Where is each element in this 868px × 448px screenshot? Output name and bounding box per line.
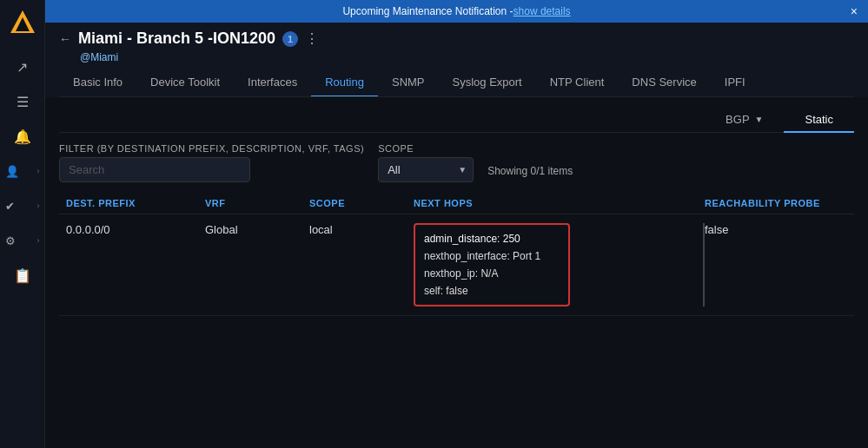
bgp-dropdown-arrow: ▼: [755, 115, 764, 124]
topology-icon[interactable]: ↗: [7, 51, 38, 82]
nexthop-self: self: false: [424, 282, 560, 300]
device-header: ← Miami - Branch 5 -ION1200 1 ⋮ @Miami B…: [45, 23, 868, 97]
col-dest-prefix: DEST. PREFIX: [59, 198, 198, 208]
cell-scope: local: [302, 223, 407, 236]
main-content: Upcoming Maintenance Notification - show…: [45, 0, 868, 448]
tab-interfaces[interactable]: Interfaces: [234, 69, 311, 97]
settings-icon[interactable]: ⚙›: [3, 225, 42, 256]
alerts-icon[interactable]: 🔔: [7, 121, 38, 152]
col-next-hops: NEXT HOPS: [407, 198, 698, 208]
col-scope: SCOPE: [302, 198, 407, 208]
table-row: 0.0.0.0/0 Global local admin_distance: 2…: [59, 214, 854, 316]
nexthops-popup: admin_distance: 250 nexthop_interface: P…: [414, 223, 570, 306]
tab-routing[interactable]: Routing: [311, 69, 378, 97]
tab-device-toolkit[interactable]: Device Toolkit: [136, 69, 234, 97]
logo[interactable]: [9, 9, 36, 39]
show-details-link[interactable]: show details: [514, 5, 571, 17]
items-count: Showing 0/1 items: [487, 165, 573, 182]
main-tabs: Basic Info Device Toolkit Interfaces Rou…: [59, 69, 854, 97]
tab-snmp[interactable]: SNMP: [378, 69, 439, 97]
scope-select-wrapper: All Local Global ▼: [378, 157, 474, 182]
table-header: DEST. PREFIX VRF SCOPE NEXT HOPS REACHAB…: [59, 193, 854, 214]
subtab-static[interactable]: Static: [784, 108, 854, 133]
device-menu-button[interactable]: ⋮: [305, 30, 319, 47]
device-title: Miami - Branch 5 -ION1200: [78, 30, 275, 48]
menu-icon[interactable]: ☰: [7, 86, 38, 117]
cell-vrf: Global: [198, 223, 302, 236]
tab-basic-info[interactable]: Basic Info: [59, 69, 136, 97]
cell-dest-prefix: 0.0.0.0/0: [59, 223, 198, 236]
tab-syslog-export[interactable]: Syslog Export: [439, 69, 536, 97]
nexthops-divider: [703, 223, 705, 306]
notification-text: Upcoming Maintenance Notification -: [342, 5, 513, 17]
filter-group: FILTER (by destination prefix, descripti…: [59, 143, 364, 182]
sidebar: ↗ ☰ 🔔 👤› ✔› ⚙› 📋: [0, 0, 45, 448]
scope-select[interactable]: All Local Global: [378, 157, 474, 182]
col-vrf: VRF: [198, 198, 302, 208]
back-button[interactable]: ←: [59, 32, 71, 46]
tab-dns-service[interactable]: DNS Service: [618, 69, 710, 97]
nexthop-interface: nexthop_interface: Port 1: [424, 247, 560, 265]
reports-icon[interactable]: 📋: [7, 260, 38, 291]
device-subtitle: @Miami: [80, 51, 854, 63]
static-label: Static: [805, 113, 833, 126]
subtab-bgp[interactable]: BGP ▼: [705, 108, 784, 133]
cell-next-hops: admin_distance: 250 nexthop_interface: P…: [407, 223, 698, 306]
notification-close-button[interactable]: ×: [851, 4, 858, 18]
col-reachability-probe: REACHABILITY PROBE: [698, 198, 854, 208]
nexthop-admin-distance: admin_distance: 250: [424, 230, 560, 247]
scope-label: SCOPE: [378, 143, 474, 154]
check-icon[interactable]: ✔›: [3, 190, 42, 221]
bgp-label: BGP: [726, 113, 749, 126]
filter-label: FILTER (by destination prefix, descripti…: [59, 143, 364, 154]
notification-bar: Upcoming Maintenance Notification - show…: [45, 0, 868, 23]
device-badge: 1: [282, 31, 298, 47]
tab-ntp-client[interactable]: NTP Client: [536, 69, 619, 97]
routing-table: DEST. PREFIX VRF SCOPE NEXT HOPS REACHAB…: [59, 193, 854, 316]
routing-sub-tabs: BGP ▼ Static: [59, 108, 854, 133]
filter-row: FILTER (by destination prefix, descripti…: [59, 143, 854, 182]
cell-reachability-probe: false: [698, 223, 854, 236]
search-input[interactable]: [59, 157, 250, 182]
nexthop-ip: nexthop_ip: N/A: [424, 265, 560, 282]
scope-group: SCOPE All Local Global ▼: [378, 143, 474, 182]
tab-ipfi[interactable]: IPFI: [711, 69, 759, 97]
routing-content: BGP ▼ Static FILTER (by destination pref…: [45, 97, 868, 448]
users-icon[interactable]: 👤›: [3, 155, 42, 187]
